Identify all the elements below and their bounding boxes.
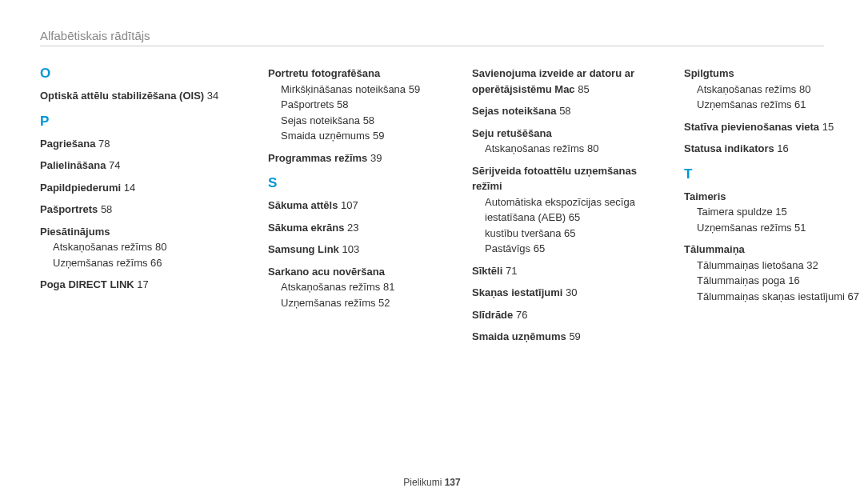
index-entry: Spilgtums [684, 66, 864, 82]
page-footer: Pielikumi 137 [0, 477, 864, 488]
footer-page-number: 137 [445, 477, 461, 488]
index-entry: Sērijveida fotoattēlu uzņemšanas režīmi [472, 163, 660, 194]
index-entry[interactable]: Sejas noteikšana 58 [472, 103, 660, 119]
index-subentry[interactable]: Pašportrets 58 [281, 97, 448, 113]
index-subentry[interactable]: Uzņemšanas režīms 51 [697, 220, 864, 236]
index-columns: O Optiskā attēlu stabilizēšana (OIS) 34 … [40, 66, 824, 345]
column-2: Portretu fotografēšana Mirkšķināšanas no… [268, 66, 448, 345]
index-subentry[interactable]: Sejas noteikšana 58 [281, 113, 448, 129]
index-subentry[interactable]: Atskaņošanas režīms 80 [485, 141, 660, 157]
index-entry[interactable]: Slīdrāde 76 [472, 307, 660, 323]
column-3: Savienojuma izveide ar datoru ar operētā… [472, 66, 660, 345]
index-entry[interactable]: Optiskā attēlu stabilizēšana (OIS) 34 [40, 88, 244, 104]
letter-T: T [684, 166, 864, 182]
index-entry: Seju retušēšana [472, 126, 660, 142]
index-subentry[interactable]: Smaida uzņēmums 59 [281, 128, 448, 144]
index-entry[interactable]: Poga DIRECT LINK 17 [40, 277, 244, 293]
index-entry[interactable]: Savienojuma izveide ar datoru ar operētā… [472, 66, 660, 97]
index-entry: Piesātinājums [40, 224, 244, 240]
column-1: O Optiskā attēlu stabilizēšana (OIS) 34 … [40, 66, 244, 345]
index-entry: Tālummaiņa [684, 242, 864, 258]
index-subentry[interactable]: Tālummaiņas poga 16 [697, 273, 864, 289]
column-4: Spilgtums Atskaņošanas režīms 80 Uzņemša… [684, 66, 864, 345]
index-entry[interactable]: Skaņas iestatījumi 30 [472, 285, 660, 301]
index-entry: Taimeris [684, 189, 864, 205]
index-entry[interactable]: Statusa indikators 16 [684, 141, 864, 157]
index-subentry[interactable]: Uzņemšanas režīms 66 [53, 255, 244, 271]
index-subentry[interactable]: Mirkšķināšanas noteikšana 59 [281, 82, 448, 98]
index-entry[interactable]: Sākuma attēls 107 [268, 198, 448, 214]
letter-P: P [40, 114, 244, 130]
index-entry[interactable]: Papildpiederumi 14 [40, 180, 244, 196]
index-entry[interactable]: Palielināšana 74 [40, 158, 244, 174]
index-subentry[interactable]: Pastāvīgs 65 [485, 241, 660, 257]
index-subentry[interactable]: Automātiska ekspozīcijas secīga iestatīš… [485, 194, 660, 226]
index-entry[interactable]: Statīva pievienošanas vieta 15 [684, 119, 864, 135]
index-subentry[interactable]: Tālummaiņas skaņas iestatījumi 67 [697, 289, 864, 305]
letter-O: O [40, 66, 244, 82]
footer-label: Pielikumi [403, 477, 442, 488]
index-page: Alfabētiskais rādītājs O Optiskā attēlu … [0, 0, 864, 504]
index-subentry[interactable]: kustību tveršana 65 [485, 226, 660, 242]
index-entry: Portretu fotografēšana [268, 66, 448, 82]
index-entry: Sarkano acu novēršana [268, 264, 448, 280]
index-subentry[interactable]: Uzņemšanas režīms 61 [697, 97, 864, 113]
index-subentry[interactable]: Atskaņošanas režīms 80 [697, 82, 864, 98]
letter-S: S [268, 175, 448, 191]
index-subentry[interactable]: Uzņemšanas režīms 52 [281, 295, 448, 311]
index-entry[interactable]: Pagriešana 78 [40, 136, 244, 152]
index-entry[interactable]: Pašportrets 58 [40, 202, 244, 218]
page-header: Alfabētiskais rādītājs [40, 29, 824, 42]
index-entry[interactable]: Sīktēli 71 [472, 263, 660, 279]
index-entry[interactable]: Sākuma ekrāns 23 [268, 220, 448, 236]
index-entry[interactable]: Programmas režīms 39 [268, 150, 448, 166]
header-rule [40, 46, 824, 46]
index-subentry[interactable]: Atskaņošanas režīms 80 [53, 239, 244, 255]
index-entry[interactable]: Smaida uzņēmums 59 [472, 329, 660, 345]
index-subentry[interactable]: Taimera spuldze 15 [697, 204, 864, 220]
index-subentry[interactable]: Atskaņošanas režīms 81 [281, 279, 448, 295]
index-entry[interactable]: Samsung Link 103 [268, 242, 448, 258]
index-subentry[interactable]: Tālummaiņas lietošana 32 [697, 258, 864, 274]
